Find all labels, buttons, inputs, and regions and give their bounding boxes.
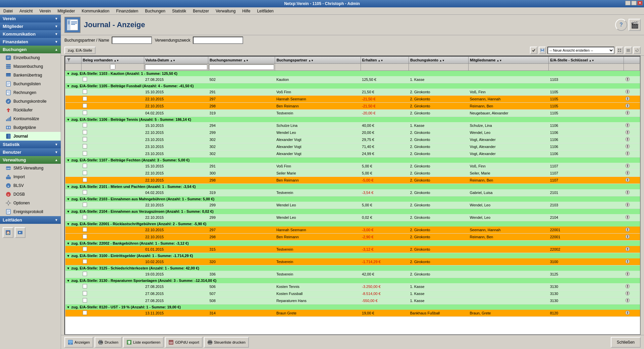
sidebar-item-blsv[interactable]: B BLSV (0, 181, 61, 190)
table-row[interactable]: 15.10.2015 291 Voß Finn 21,50 € 2. Girok… (65, 89, 640, 96)
table-row[interactable]: 27.08.2015 502 Kaution 125,50 € 1. Kasse… (65, 76, 640, 83)
filter-beleg-checkbox[interactable] (82, 64, 143, 69)
expand-button[interactable]: ▼ (67, 118, 70, 121)
expand-button[interactable]: ▼ (67, 254, 70, 258)
menu-statistik[interactable]: Statistik (170, 8, 188, 14)
menu-finanzdaten[interactable]: Finanzdaten (114, 8, 140, 14)
cell-action[interactable] (624, 177, 640, 184)
expand-button[interactable]: ▼ (67, 305, 70, 309)
table-row[interactable]: 27.08.2015 507 Kosten Fussball -8.514,00… (65, 290, 640, 297)
sidebar-item-journal[interactable]: Journal (0, 132, 61, 141)
sidebar-item-buchungskontrolle[interactable]: ✓ Buchungskontrolle (0, 97, 61, 106)
cell-action[interactable] (624, 103, 640, 110)
cell-action[interactable] (624, 310, 640, 317)
expand-button[interactable]: ▼ (67, 72, 70, 76)
menu-kommunikation[interactable]: Kommunikation (79, 8, 111, 14)
cell-action[interactable] (624, 163, 640, 170)
toolbar-view-icon2[interactable] (625, 47, 632, 54)
menu-buchungen[interactable]: Buchungen (143, 8, 167, 14)
sidebar-item-dosb[interactable]: D DOSB (0, 190, 61, 199)
sidebar-header-finanzdaten[interactable]: Finanzdaten ▼ (0, 38, 61, 46)
sidebar-header-mitglieder[interactable]: Mitglieder ▼ (0, 22, 61, 30)
sidebar-item-rechnungen[interactable]: Rechnungen (0, 88, 61, 97)
col-ea-stelle-header[interactable]: E/A-Stelle - Schlüssel ▲▼ (549, 57, 624, 64)
cell-action[interactable] (624, 170, 640, 177)
table-row[interactable]: 04.02.2015 319 Testverein -20,00 € 2. Gi… (65, 110, 640, 117)
table-row[interactable]: 15.10.2015 291 Voß Finn 5,00 € 2. Giroko… (65, 163, 640, 170)
sidebar-item-kontoumsaetze[interactable]: Kontoumsätze (0, 114, 61, 123)
table-row[interactable]: 27.08.2015 506 Kosten Tennis -3.250,00 €… (65, 283, 640, 290)
toolbar-save-icon[interactable] (539, 47, 546, 54)
sidebar-item-optionen[interactable]: Optionen (0, 199, 61, 207)
cell-action[interactable] (624, 122, 640, 129)
toolbar-check-icon[interactable] (530, 47, 537, 54)
filter-valuta-input[interactable] (145, 64, 207, 70)
steuerliste-drucken-button[interactable]: Steuerliste drucken (204, 337, 249, 348)
expand-button[interactable]: ▼ (67, 197, 70, 201)
liste-exportieren-button[interactable]: Liste exportieren (123, 337, 164, 348)
cell-action[interactable] (624, 136, 640, 143)
col-buchungskonto-header[interactable]: Buchungskonto ▲▼ (409, 57, 469, 64)
cell-action[interactable] (624, 76, 640, 83)
table-row[interactable]: 23.10.2015 302 Alexander Vogt 24,99 € 2.… (65, 150, 640, 157)
help-button[interactable]: ? (615, 19, 627, 31)
col-beleg-header[interactable]: Beleg vorhanden ▲▼ (81, 57, 144, 64)
sidebar-item-bankenuebertrag[interactable]: Bankenübertrag (0, 71, 61, 80)
maximize-button[interactable]: □ (631, 1, 637, 5)
menu-leitfaeden[interactable]: Leitfäden (255, 8, 275, 14)
cell-action[interactable] (624, 96, 640, 103)
table-row[interactable]: 22.10.2015 299 Wendel Leo 5,00 € 2. Giro… (65, 202, 640, 209)
sidebar-item-massenbuchung[interactable]: Massenbuchung (0, 62, 61, 71)
table-row[interactable]: 19.03.2015 336 Testverein 42,00 € 2. Gir… (65, 271, 640, 278)
table-row[interactable]: 22.10.2015 298 Ben Reimann -21,50 € 2. G… (65, 103, 640, 110)
expand-button[interactable]: ▼ (67, 185, 70, 189)
expand-button[interactable]: ▼ (67, 242, 70, 245)
toolbar-refresh-icon[interactable] (633, 47, 641, 54)
neue-ansicht-select[interactable]: -- Neue Ansicht erstellen -- (547, 47, 614, 54)
sidebar-header-statistik[interactable]: Statistik ▼ (0, 141, 61, 148)
sidebar-item-buchungslisten[interactable]: Buchungslisten (0, 80, 61, 88)
cell-action[interactable] (624, 150, 640, 157)
cell-action[interactable] (624, 143, 640, 150)
gdpdu-export-button[interactable]: GD GDPdU export (165, 337, 203, 348)
cell-action[interactable] (624, 246, 640, 253)
menu-datei[interactable]: Datei (1, 8, 15, 14)
table-row[interactable]: 04.02.2015 319 Testverein -3,54 € 2. Gir… (65, 189, 640, 196)
cell-action[interactable] (624, 110, 640, 117)
table-row[interactable]: 27.08.2015 508 Reparaturen Hans -550,00 … (65, 297, 640, 304)
sidebar-bottom-btn2[interactable] (15, 227, 25, 238)
sidebar-item-einzelbuchung[interactable]: Einzelbuchung (0, 53, 61, 62)
drucken-button[interactable]: Drucken (95, 337, 122, 348)
buchungspartner-input[interactable] (112, 37, 152, 44)
cell-action[interactable] (624, 202, 640, 209)
table-row[interactable]: 22.10.2015 300 Seiler Marie 5,00 € 2. Gi… (65, 170, 640, 177)
cell-action[interactable] (624, 297, 640, 304)
table-row[interactable]: 15.10.2015 294 Schulze Lina 40,00 € 1. K… (65, 122, 640, 129)
sidebar-header-kommunikation[interactable]: Kommunikation ▼ (0, 30, 61, 38)
table-row[interactable]: 22.10.2015 299 Wendel Leo 0,02 € 2. Giro… (65, 214, 640, 221)
menu-verein[interactable]: Verein (37, 8, 53, 14)
sidebar-bottom-btn1[interactable]: 🏠 (3, 227, 13, 238)
table-row[interactable]: 22.10.2015 298 Ben Reimann -2,90 € 2. Gi… (65, 234, 640, 241)
table-row[interactable]: 13.11.2015 314 Braun Grete 19,00 € Bankh… (65, 310, 640, 317)
clapperboard-button[interactable]: 🎬 (629, 19, 641, 31)
col-buchungspartner-header[interactable]: Buchungspartner ▲▼ (275, 57, 361, 64)
expand-button[interactable]: ▼ (67, 158, 70, 162)
minimize-button[interactable]: _ (625, 1, 631, 5)
expand-button[interactable]: ▼ (67, 266, 70, 270)
sidebar-header-buchungen[interactable]: Buchungen ▲ (0, 46, 61, 53)
anzeigen-button[interactable]: Anzeigen (64, 337, 93, 348)
cell-action[interactable] (624, 214, 640, 221)
toolbar-view-icon1[interactable] (616, 47, 623, 54)
cell-action[interactable] (624, 227, 640, 234)
sidebar-item-budgetplaene[interactable]: Budgetpläne (0, 123, 61, 132)
menu-hilfe[interactable]: Hilfe (240, 8, 252, 14)
table-row[interactable]: 23.10.2015 302 Alexander Vogt 71,40 € 2.… (65, 143, 640, 150)
cell-action[interactable] (624, 89, 640, 96)
menu-ansicht[interactable]: Ansicht (17, 8, 35, 14)
col-filter-icon[interactable] (65, 57, 82, 64)
table-row[interactable]: 22.10.2015 299 Wendel Leo 20,00 € 2. Gir… (65, 129, 640, 136)
sidebar-header-verwaltung[interactable]: Verwaltung ▲ (0, 156, 61, 164)
verwendungszweck-input[interactable] (193, 37, 243, 44)
table-row[interactable]: 01.01.2015 315 Testverein -3,12 € 2. Gir… (65, 246, 640, 253)
